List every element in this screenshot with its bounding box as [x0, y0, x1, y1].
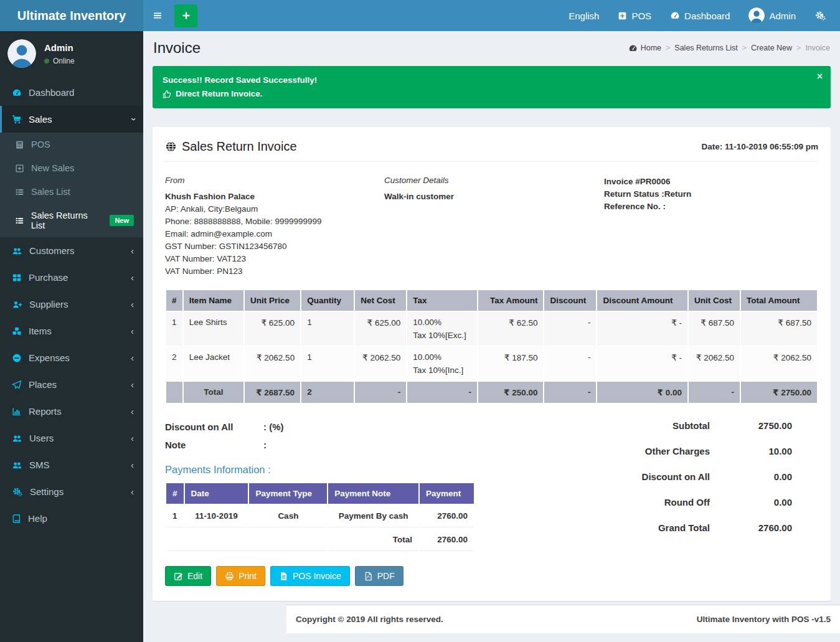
chevron-left-icon: ‹: [131, 433, 134, 443]
summary-round-off: Round Off 0.00: [587, 497, 792, 507]
from-block: From Khush Fashion Palace AP: Ankali, Ci…: [165, 176, 384, 278]
payment-row: 1 11-10-2019 Cash Payment By cash 2760.0…: [166, 505, 474, 527]
payments-total-row: Total 2760.00: [166, 529, 474, 551]
printer-icon: [225, 572, 234, 581]
sidebar-item-dashboard[interactable]: Dashboard: [0, 79, 143, 106]
summary-other-charges: Other Charges 10.00: [587, 446, 792, 456]
edit-button[interactable]: Edit: [165, 566, 211, 586]
sidebar-item-sales-returns-list[interactable]: Sales Returns List New: [0, 204, 143, 237]
sidebar-item-places[interactable]: Places ‹: [0, 371, 143, 398]
nav-pos-label: POS: [631, 11, 651, 21]
breadcrumb: Home > Sales Returns List > Create New >…: [628, 44, 830, 53]
chevron-left-icon: ‹: [131, 380, 134, 389]
col-header: Tax Amount: [478, 290, 544, 311]
customer-name: Walk-in customer: [384, 191, 604, 203]
users-icon: [12, 246, 22, 256]
sidebar-user-panel: Admin Online: [0, 31, 143, 77]
sidebar-item-users[interactable]: Users ‹: [0, 425, 143, 451]
sidebar-item-sales[interactable]: Sales ‹: [0, 106, 143, 133]
avatar: [7, 39, 36, 68]
sidebar-item-suppliers[interactable]: Suppliers ‹: [0, 291, 143, 318]
invoice-title-row: Sales Return Invoice: [165, 139, 297, 154]
chevron-left-icon: ‹: [131, 273, 134, 282]
book-icon: [12, 514, 21, 524]
col-header: Total Amount: [741, 290, 817, 311]
sidebar-item-help[interactable]: Help: [0, 505, 143, 532]
globe-icon: [165, 141, 177, 153]
language-menu[interactable]: English: [569, 11, 599, 21]
col-header: Net Cost: [355, 290, 406, 311]
summary-subtotal: Subtotal 2750.00: [587, 420, 792, 431]
invoice-title: Sales Return Invoice: [182, 139, 297, 154]
chevron-left-icon: ‹: [131, 353, 134, 362]
pdf-button[interactable]: PDF: [355, 566, 403, 586]
sidebar-item-expenses[interactable]: Expenses ‹: [0, 344, 143, 371]
items-table: # Item Name Unit Price Quantity Net Cost…: [165, 289, 818, 404]
items-total-row: Total ₹ 2687.50 2 - - ₹ 250.00 - ₹ 0.00 …: [166, 382, 817, 403]
content-wrapper: Invoice Home > Sales Returns List > Crea…: [143, 0, 840, 633]
navbar-right: English POS Dashboard Admin: [569, 7, 840, 24]
sidebar-user-status: Online: [44, 57, 75, 65]
copyright-text: Copyright © 2019 All rights reserved.: [296, 615, 443, 624]
customer-heading: Customer Details: [384, 176, 604, 185]
sidebar-item-settings[interactable]: Settings ‹: [0, 478, 143, 505]
app-version-text: Ultimate Inventory with POS -v1.5: [697, 615, 831, 624]
col-header: Quantity: [301, 290, 354, 311]
bar-chart-icon: [12, 407, 22, 417]
table-row: 1 Lee Shirts ₹ 625.00 1 ₹ 625.00 10.00%T…: [166, 312, 817, 346]
breadcrumb-create-new[interactable]: Create New: [751, 44, 792, 52]
breadcrumb-sales-returns-list[interactable]: Sales Returns List: [674, 44, 737, 52]
sidebar-toggle-button[interactable]: [143, 0, 172, 31]
pos-invoice-button[interactable]: POS Invoice: [270, 566, 350, 586]
chevron-left-icon: ‹: [131, 326, 134, 336]
nav-pos-link[interactable]: POS: [618, 11, 651, 21]
nav-dashboard-label: Dashboard: [684, 11, 730, 21]
sidebar-item-sales-list[interactable]: Sales List: [0, 180, 143, 204]
col-header: Discount Amount: [597, 290, 687, 311]
print-button[interactable]: Print: [216, 566, 265, 586]
sidebar-item-sms[interactable]: SMS ‹: [0, 451, 143, 478]
col-header: Item Name: [184, 290, 243, 311]
sidebar-item-customers[interactable]: Customers ‹: [0, 237, 143, 264]
sidebar-user-name: Admin: [44, 42, 75, 53]
sidebar-item-items[interactable]: Items ‹: [0, 318, 143, 344]
action-buttons: Edit Print POS Invoice PDF: [165, 566, 818, 586]
from-vat1: VAT Number: VAT123: [165, 253, 384, 265]
alert-submessage: Direct Return Invoice.: [163, 88, 821, 100]
cogs-icon: [814, 11, 826, 21]
online-dot-icon: [44, 59, 49, 64]
col-header: Unit Cost: [689, 290, 740, 311]
chevron-left-icon: ‹: [131, 487, 134, 496]
sidebar-item-pos[interactable]: POS: [0, 133, 143, 156]
language-label: English: [569, 11, 599, 21]
user-plus-icon: [12, 300, 22, 309]
user-menu[interactable]: Admin: [748, 7, 796, 24]
items-table-header: # Item Name Unit Price Quantity Net Cost…: [166, 290, 817, 311]
hamburger-icon: [153, 11, 163, 21]
settings-menu-button[interactable]: [814, 11, 826, 21]
close-icon[interactable]: ×: [817, 72, 823, 82]
note-line: Note :: [165, 440, 489, 450]
sidebar-item-reports[interactable]: Reports ‹: [0, 398, 143, 425]
col-header: Tax: [407, 290, 477, 311]
footer: Copyright © 2019 All rights reserved. Ul…: [286, 605, 840, 633]
chevron-down-icon: ‹: [128, 118, 137, 121]
invoice-lower-section: Discount on All : (%) Note : Payments In…: [165, 414, 818, 552]
chevron-left-icon: ‹: [131, 246, 134, 255]
nav-dashboard-link[interactable]: Dashboard: [670, 11, 730, 21]
sidebar-menu: Dashboard Sales ‹ POS New Sales Sales Li…: [0, 79, 143, 532]
sidebar-item-purchase[interactable]: Purchase ‹: [0, 264, 143, 291]
app-logo[interactable]: Ultimate Inventory: [0, 0, 143, 31]
customer-block: Customer Details Walk-in customer: [384, 176, 604, 278]
invoice-summary: Subtotal 2750.00 Other Charges 10.00 Dis…: [587, 420, 792, 552]
quick-add-button[interactable]: [174, 4, 197, 27]
invoice-meta-block: Invoice #PR0006 Return Status :Return Re…: [604, 176, 818, 278]
dashboard-gauge-icon: [12, 88, 22, 98]
new-badge: New: [110, 215, 134, 226]
breadcrumb-home[interactable]: Home: [628, 44, 661, 53]
breadcrumb-separator: >: [666, 44, 670, 52]
discount-on-all-line: Discount on All : (%): [165, 422, 489, 432]
users-icon: [12, 433, 22, 443]
sidebar-item-new-sales[interactable]: New Sales: [0, 156, 143, 180]
sidebar: Admin Online Dashboard Sales ‹ POS: [0, 31, 143, 642]
